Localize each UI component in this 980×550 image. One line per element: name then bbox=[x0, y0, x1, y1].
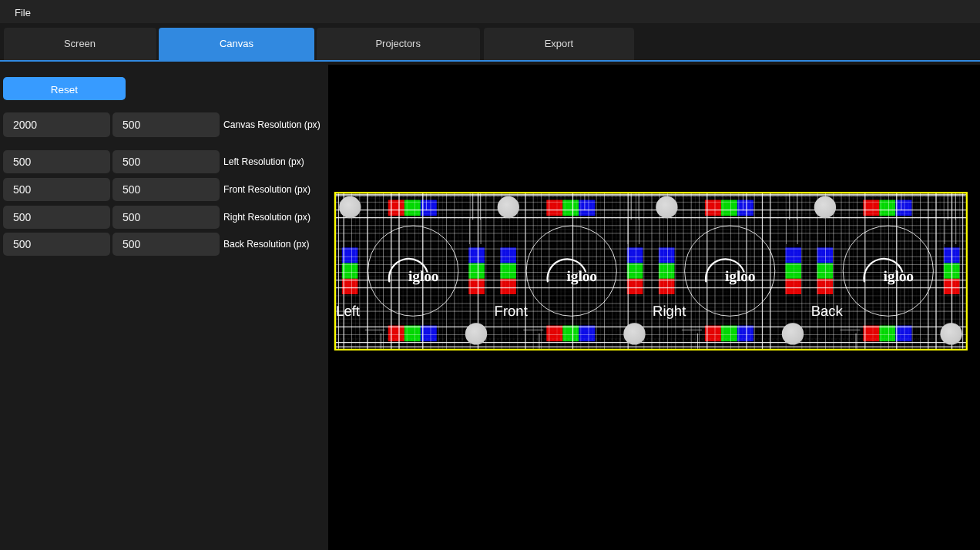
svg-text:Right: Right bbox=[653, 303, 686, 319]
svg-text:igloo: igloo bbox=[884, 269, 915, 285]
svg-text:igloo: igloo bbox=[725, 269, 756, 285]
svg-text:igloo: igloo bbox=[567, 269, 598, 285]
svg-text:igloo: igloo bbox=[408, 269, 439, 285]
svg-text:Left: Left bbox=[336, 303, 360, 319]
svg-text:Front: Front bbox=[495, 303, 528, 319]
svg-text:Back: Back bbox=[811, 303, 844, 319]
